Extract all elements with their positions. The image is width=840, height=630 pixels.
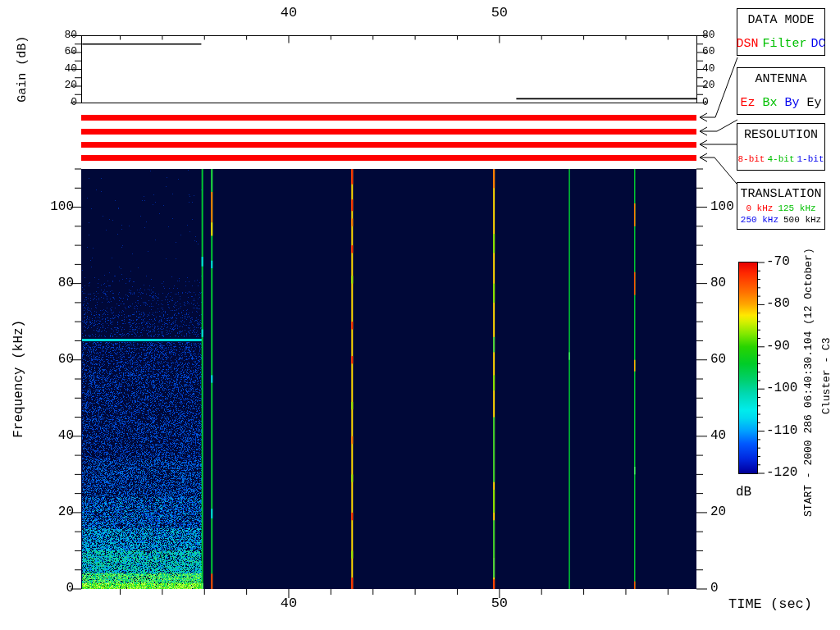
resolution-bar <box>81 142 696 148</box>
legend-title: TRANSLATION <box>737 187 824 201</box>
legend-row: 250 kHz500 kHz <box>737 215 824 225</box>
legend-row: EzBxByEy <box>737 96 824 110</box>
frequency-axis-label: Frequency (kHz) <box>12 317 27 441</box>
legend-box-antenna: ANTENNAEzBxByEy <box>737 67 825 115</box>
spectrogram-image <box>81 169 696 589</box>
axis-line <box>700 113 707 117</box>
legend-item-by: By <box>785 96 800 110</box>
legend-row: 8-bit4-bit1-bit <box>737 154 824 164</box>
axis-line <box>714 158 737 184</box>
axis-line <box>700 153 707 158</box>
axis-line <box>700 140 707 144</box>
axis-line <box>717 120 737 131</box>
legend-item-dc: DC <box>811 37 826 51</box>
axis-line <box>700 131 707 135</box>
gain-tick-label-right: 80 <box>702 30 715 41</box>
time-tick-label-top: 40 <box>264 6 313 21</box>
time-tick-label-bottom: 40 <box>264 596 313 612</box>
freq-tick-label-right: 20 <box>710 505 726 520</box>
legend-item-ey: Ey <box>807 96 822 110</box>
start-time-annotation: START - 2000 286 06:40:30.104 (12 Octobe… <box>803 244 815 520</box>
freq-tick-label-right: 0 <box>710 582 719 596</box>
gain-tick-label-left: 20 <box>28 80 77 91</box>
freq-tick-label-left: 60 <box>25 353 74 368</box>
colorbar-tick-label: -90 <box>766 340 790 354</box>
legend-title: ANTENNA <box>737 72 824 86</box>
legend-item-ez: Ez <box>740 96 755 110</box>
axis-line <box>700 158 707 162</box>
colorbar-tick-label: -80 <box>766 297 790 312</box>
legend-title: RESOLUTION <box>737 128 824 142</box>
gain-tick-label-right: 20 <box>702 80 715 91</box>
time-axis-label: TIME (sec) <box>728 597 812 613</box>
legend-title: DATA MODE <box>737 13 824 27</box>
legend-item-125-khz: 125 kHz <box>778 203 815 213</box>
legend-item-1-bit: 1-bit <box>797 154 824 164</box>
legend-item-8-bit: 8-bit <box>737 154 765 164</box>
colorbar-gradient <box>738 262 758 474</box>
axis-line <box>700 144 707 148</box>
gain-panel-frame <box>82 36 697 103</box>
gain-tick-label-left: 0 <box>28 97 77 108</box>
legend-item-250-khz: 250 kHz <box>741 215 778 225</box>
time-tick-label-bottom: 50 <box>475 596 524 612</box>
legend-row: DSNFilterDC <box>737 37 824 51</box>
legend-item-bx: Bx <box>762 96 777 110</box>
freq-tick-label-left: 20 <box>25 505 74 520</box>
freq-tick-label-right: 100 <box>710 200 734 215</box>
freq-tick-label-right: 60 <box>710 353 726 368</box>
gain-tick-label-left: 40 <box>28 63 77 75</box>
gain-tick-label-right: 0 <box>702 97 709 108</box>
time-tick-label-top: 50 <box>475 6 524 21</box>
gain-tick-label-left: 60 <box>28 46 77 57</box>
colorbar-unit-label: dB <box>736 486 751 500</box>
spacecraft-annotation: Cluster - C3 <box>821 335 833 417</box>
colorbar-tick-label: -100 <box>766 381 797 396</box>
axis-line <box>700 127 707 131</box>
wbd-summary-plot: { "annotations": { "start": "START - 200… <box>0 0 840 630</box>
freq-tick-label-left: 100 <box>25 200 74 215</box>
legend-box-translation: TRANSLATION0 kHz125 kHz250 kHz500 kHz <box>737 182 825 230</box>
legend-item-500-khz: 500 kHz <box>783 215 821 225</box>
gain-tick-label-right: 60 <box>702 46 715 57</box>
freq-tick-label-right: 40 <box>710 429 726 444</box>
legend-row: 0 kHz125 kHz <box>737 203 824 213</box>
legend-box-resolution: RESOLUTION8-bit4-bit1-bit <box>737 123 825 171</box>
legend-item-filter: Filter <box>763 37 807 51</box>
gain-tick-label-left: 80 <box>28 30 77 41</box>
translation-bar <box>81 155 696 161</box>
freq-tick-label-left: 80 <box>25 276 74 291</box>
antenna-bar <box>81 129 696 135</box>
freq-tick-label-right: 80 <box>710 276 726 291</box>
axis-line <box>700 117 707 121</box>
legend-box-data-mode: DATA MODEDSNFilterDC <box>737 8 825 56</box>
colorbar-tick-label: -120 <box>766 466 797 481</box>
freq-tick-label-left: 0 <box>25 582 74 596</box>
axis-line <box>715 57 737 117</box>
colorbar-tick-label: -110 <box>766 424 797 439</box>
freq-tick-label-left: 40 <box>25 429 74 444</box>
legend-item-dsn: DSN <box>736 37 758 51</box>
legend-item-4-bit: 4-bit <box>767 154 794 164</box>
colorbar-tick-label: -70 <box>766 255 790 270</box>
legend-item-0-khz: 0 kHz <box>746 203 773 213</box>
data-mode-bar <box>81 115 696 121</box>
gain-tick-label-right: 40 <box>702 63 715 75</box>
